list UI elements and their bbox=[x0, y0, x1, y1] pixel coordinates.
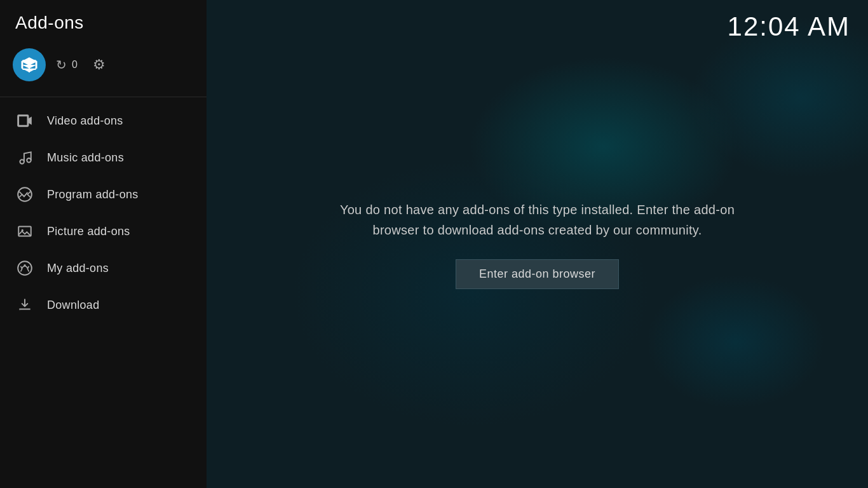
center-content: You do not have any add-ons of this type… bbox=[315, 187, 760, 302]
sidebar-top-bar: ↻ 0 ⚙ bbox=[0, 43, 207, 97]
svg-rect-3 bbox=[18, 116, 27, 125]
sidebar-item-video-addons[interactable]: Video add-ons bbox=[0, 102, 207, 139]
box-icon bbox=[20, 56, 38, 74]
music-icon bbox=[15, 148, 34, 167]
addon-icon[interactable] bbox=[13, 48, 46, 81]
picture-addons-label: Picture add-ons bbox=[47, 225, 130, 238]
enter-addon-browser-button[interactable]: Enter add-on browser bbox=[456, 259, 619, 289]
video-icon bbox=[15, 111, 34, 130]
main-content: 12:04 AM You do not have any add-ons of … bbox=[207, 0, 868, 488]
refresh-count: 0 bbox=[72, 59, 78, 71]
video-addons-label: Video add-ons bbox=[47, 114, 123, 128]
info-message: You do not have any add-ons of this type… bbox=[328, 200, 747, 240]
settings-icon[interactable]: ⚙ bbox=[93, 57, 105, 73]
refresh-icon: ↻ bbox=[56, 57, 67, 72]
svg-rect-1 bbox=[18, 115, 28, 126]
download-icon bbox=[15, 295, 34, 315]
sidebar-item-picture-addons[interactable]: Picture add-ons bbox=[0, 213, 207, 250]
sidebar-item-program-addons[interactable]: Program add-ons bbox=[0, 176, 207, 213]
sidebar: Add-ons ↻ 0 ⚙ Video add-ons bbox=[0, 0, 207, 488]
program-addons-label: Program add-ons bbox=[47, 188, 139, 201]
clock: 12:04 AM bbox=[728, 11, 850, 42]
my-addons-label: My add-ons bbox=[47, 262, 109, 275]
download-label: Download bbox=[47, 299, 99, 312]
sidebar-item-music-addons[interactable]: Music add-ons bbox=[0, 139, 207, 176]
divider bbox=[0, 97, 207, 97]
sidebar-item-download[interactable]: Download bbox=[0, 287, 207, 323]
svg-point-8 bbox=[24, 264, 25, 266]
sidebar-item-my-addons[interactable]: My add-ons bbox=[0, 250, 207, 287]
page-title: Add-ons bbox=[0, 0, 207, 43]
program-icon bbox=[15, 185, 34, 204]
music-addons-label: Music add-ons bbox=[47, 151, 124, 165]
refresh-area[interactable]: ↻ 0 bbox=[56, 57, 78, 72]
my-addons-icon bbox=[15, 259, 34, 278]
picture-icon bbox=[15, 222, 34, 241]
